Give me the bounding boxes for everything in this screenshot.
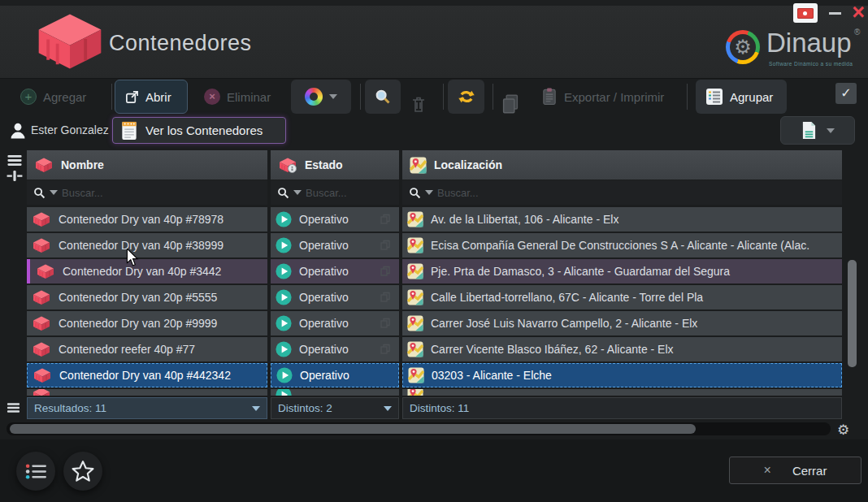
search-icon[interactable] bbox=[277, 187, 289, 199]
exportar-imprimir-button[interactable]: Exportar / Imprimir bbox=[541, 80, 664, 114]
table-row[interactable]: Carrer Vicente Blasco Ibáñez, 62 - Alica… bbox=[402, 337, 842, 361]
summary-distintos-localizacion[interactable]: Distintos: 11 bbox=[402, 397, 842, 419]
horizontal-scrollbar-thumb[interactable] bbox=[10, 424, 696, 434]
column-pane-nombre: Nombre Contenedor Dry van 40p #78978 Con… bbox=[27, 150, 267, 396]
status-operativo-icon bbox=[276, 237, 292, 253]
table-row-partial[interactable] bbox=[271, 389, 399, 396]
status-operativo-icon bbox=[276, 263, 292, 279]
status-operativo-icon bbox=[276, 211, 292, 227]
search-icon[interactable] bbox=[33, 187, 46, 199]
table-row[interactable]: Operativo bbox=[271, 311, 399, 335]
table-row-focused[interactable]: Operativo bbox=[271, 259, 399, 283]
table-row-focused[interactable]: Pje. Prta de Damasco, 3 - Alicante - Gua… bbox=[402, 259, 842, 283]
chevron-down-icon[interactable] bbox=[293, 190, 302, 195]
map-icon bbox=[410, 157, 427, 174]
search-icon[interactable] bbox=[409, 187, 421, 199]
chevron-down-icon[interactable] bbox=[50, 190, 58, 195]
color-filter-button[interactable] bbox=[291, 80, 351, 114]
refresh-icon bbox=[456, 86, 477, 107]
table-row[interactable]: Contenedor reefer 40p #77 bbox=[27, 337, 267, 361]
summary-distintos-estado[interactable]: Distintos: 2 bbox=[271, 397, 399, 419]
table-row[interactable]: Operativo bbox=[271, 285, 399, 309]
search-input-localizacion[interactable] bbox=[437, 187, 842, 199]
horizontal-scrollbar[interactable] bbox=[7, 422, 831, 435]
ver-contenedores-button[interactable]: Ver los Contenedores bbox=[112, 117, 286, 144]
copy-faint-icon bbox=[380, 266, 391, 277]
brand-tagline: Software Dinámico a su medida bbox=[769, 61, 853, 67]
table-row[interactable]: Operativo bbox=[271, 233, 399, 257]
map-icon bbox=[407, 211, 423, 227]
table-row[interactable]: Contenedor Dry van 20p #9999 bbox=[27, 311, 267, 335]
container-icon bbox=[32, 237, 51, 253]
summary-list-icon[interactable] bbox=[7, 401, 20, 414]
table-row[interactable]: Av. de la Llibertat, 106 - Alicante - El… bbox=[402, 207, 842, 232]
filter-row-estado bbox=[271, 180, 399, 205]
vertical-scrollbar-thumb[interactable] bbox=[848, 260, 857, 367]
chevron-down-icon bbox=[329, 94, 337, 99]
copy-faint-icon bbox=[380, 318, 391, 329]
mouse-cursor bbox=[124, 249, 141, 266]
agrupar-button[interactable]: Agrupar bbox=[696, 80, 787, 114]
table-row-selected[interactable]: 03203 - Alicante - Elche bbox=[402, 363, 842, 387]
table-row[interactable]: Operativo bbox=[271, 207, 399, 232]
table-row-partial[interactable] bbox=[27, 389, 267, 396]
user-bar: Ester Gonzalez Ver los Contenedores bbox=[0, 115, 868, 148]
column-header-localizacion[interactable]: Localización bbox=[402, 150, 842, 180]
separator bbox=[360, 84, 361, 110]
table-row-focused[interactable]: Contenedor Dry van 40p #3442 bbox=[27, 259, 267, 283]
column-resize-icon[interactable] bbox=[7, 170, 23, 182]
container-icon bbox=[32, 211, 51, 227]
list-view-button[interactable] bbox=[16, 452, 55, 491]
table-row[interactable]: Contenedor Dry van 40p #78978 bbox=[27, 207, 267, 232]
grid-menu-icon[interactable] bbox=[7, 154, 23, 167]
table-row-partial[interactable] bbox=[402, 389, 842, 396]
table-row[interactable]: Calle Libertad-torrellano, 67C - Alicant… bbox=[402, 285, 842, 309]
table-row[interactable]: Carrer José Luis Navarro Campello, 2 - A… bbox=[402, 311, 842, 335]
table-row[interactable]: Ecisa Compañía General De Construcciones… bbox=[402, 233, 842, 257]
window-close-button[interactable]: × bbox=[852, 0, 865, 24]
settings-gear-icon[interactable]: ⚙ bbox=[837, 422, 849, 439]
current-user-label: Ester Gonzalez bbox=[31, 123, 109, 136]
search-input-nombre[interactable] bbox=[62, 187, 267, 199]
copy-faint-icon bbox=[380, 344, 391, 355]
map-icon bbox=[407, 341, 423, 357]
table-row[interactable]: Operativo bbox=[271, 337, 399, 361]
refresh-button[interactable] bbox=[448, 80, 484, 114]
eliminar-button[interactable]: × Eliminar bbox=[204, 80, 271, 114]
copy-faint-icon bbox=[380, 240, 391, 251]
separator bbox=[111, 84, 112, 110]
select-all-checkbox[interactable]: ✓ bbox=[835, 83, 857, 104]
favorite-button[interactable] bbox=[63, 452, 102, 491]
copy-faint-icon bbox=[380, 292, 391, 303]
export-file-button[interactable] bbox=[780, 116, 855, 145]
table-row[interactable]: Contenedor Dry van 20p #5555 bbox=[27, 285, 267, 309]
status-operativo-icon bbox=[276, 341, 292, 357]
chevron-down-icon[interactable] bbox=[425, 190, 433, 195]
table-row[interactable]: Contenedor Dry van 40p #38999 bbox=[27, 233, 267, 257]
map-icon bbox=[407, 237, 423, 253]
table-row-selected[interactable]: Operativo bbox=[271, 363, 399, 387]
summary-resultados[interactable]: Resultados: 11 bbox=[27, 397, 267, 419]
brand-logo: Dinaup ® Software Dinámico a su medida bbox=[726, 28, 864, 70]
cerrar-button[interactable]: × Cerrar bbox=[729, 457, 861, 484]
table-row-selected[interactable]: Contenedor Dry van 40p #442342 bbox=[27, 363, 267, 387]
search-button[interactable] bbox=[365, 80, 401, 114]
chevron-down-icon[interactable] bbox=[384, 406, 392, 411]
map-icon bbox=[408, 367, 424, 383]
minimize-button[interactable] bbox=[829, 12, 841, 15]
container-icon bbox=[32, 341, 51, 357]
dinaup-gear-icon bbox=[726, 30, 760, 64]
container-icon bbox=[33, 367, 52, 383]
chevron-down-icon[interactable] bbox=[252, 406, 260, 411]
abrir-button[interactable]: Abrir bbox=[115, 80, 188, 114]
column-header-nombre[interactable]: Nombre bbox=[27, 150, 267, 180]
x-circle-icon: × bbox=[204, 89, 220, 105]
clipboard-icon bbox=[541, 87, 558, 106]
contenedores-logo-icon bbox=[33, 8, 107, 73]
notepad-icon bbox=[121, 120, 137, 141]
column-header-estado[interactable]: Estado bbox=[271, 150, 399, 180]
container-icon bbox=[32, 315, 51, 331]
agregar-button[interactable]: + Agregar bbox=[20, 80, 86, 114]
search-input-estado[interactable] bbox=[306, 187, 399, 199]
recorder-icon[interactable] bbox=[793, 3, 818, 23]
